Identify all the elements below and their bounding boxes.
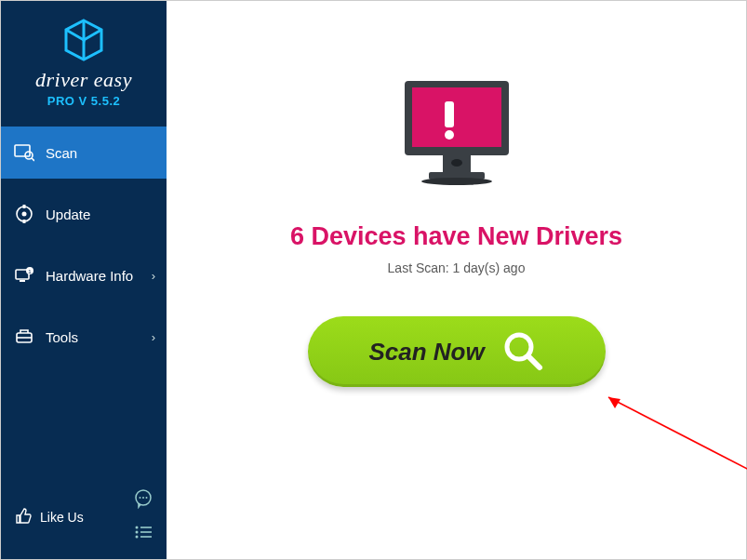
sidebar-nav: Scan Update 1 Hardware Info › Tools xyxy=(1,127,167,372)
like-us-button[interactable]: Like Us xyxy=(14,507,84,528)
update-icon xyxy=(14,204,34,224)
svg-point-22 xyxy=(136,536,139,539)
svg-rect-6 xyxy=(23,205,26,208)
svg-rect-26 xyxy=(445,101,454,127)
chevron-right-icon: › xyxy=(152,330,155,344)
like-us-label: Like Us xyxy=(40,510,84,525)
svg-point-17 xyxy=(146,497,148,499)
svg-rect-1 xyxy=(15,145,30,156)
logo-block: driver easy PRO V 5.5.2 xyxy=(1,1,167,121)
svg-line-3 xyxy=(32,158,34,161)
brand-version: PRO V 5.5.2 xyxy=(1,94,167,108)
nav-label: Hardware Info xyxy=(46,268,133,284)
feedback-icon[interactable] xyxy=(133,488,153,513)
scan-now-button[interactable]: Scan Now xyxy=(308,316,606,387)
svg-point-20 xyxy=(136,531,139,534)
status-headline: 6 Devices have New Drivers xyxy=(290,222,622,251)
brand-name: driver easy xyxy=(1,68,167,92)
nav-item-scan[interactable]: Scan xyxy=(1,127,167,179)
brand-logo-icon xyxy=(61,18,106,62)
annotation-arrow-icon xyxy=(594,388,747,481)
nav-item-update[interactable]: Update xyxy=(1,188,167,240)
svg-rect-7 xyxy=(23,220,26,223)
sidebar-utility-icons xyxy=(133,488,153,546)
sidebar-footer: Like Us xyxy=(1,479,167,559)
svg-point-27 xyxy=(445,130,454,140)
nav-label: Scan xyxy=(46,145,77,161)
thumbs-up-icon xyxy=(14,507,33,528)
svg-point-16 xyxy=(142,497,144,499)
nav-item-hardware[interactable]: 1 Hardware Info › xyxy=(1,249,167,301)
chevron-right-icon: › xyxy=(152,269,155,283)
hardware-info-icon: 1 xyxy=(14,265,34,286)
svg-line-34 xyxy=(608,397,747,472)
svg-point-5 xyxy=(22,212,27,217)
scan-now-label: Scan Now xyxy=(368,338,484,367)
svg-rect-25 xyxy=(412,87,501,147)
app-window: — ✕ driver easy PRO V 5.5.2 Scan xyxy=(0,0,747,560)
svg-marker-35 xyxy=(608,397,620,408)
main-content: 6 Devices have New Drivers Last Scan: 1 … xyxy=(167,1,746,559)
menu-icon[interactable] xyxy=(133,522,153,546)
last-scan-text: Last Scan: 1 day(s) ago xyxy=(388,260,526,275)
magnifier-icon xyxy=(501,329,544,375)
svg-point-2 xyxy=(25,152,33,159)
nav-label: Tools xyxy=(46,329,78,345)
sidebar: driver easy PRO V 5.5.2 Scan Update 1 xyxy=(1,1,167,559)
svg-rect-9 xyxy=(20,280,25,282)
svg-point-15 xyxy=(140,497,141,499)
nav-item-tools[interactable]: Tools › xyxy=(1,311,167,363)
tools-icon xyxy=(14,327,34,347)
svg-line-33 xyxy=(528,356,540,367)
svg-point-29 xyxy=(451,159,462,167)
nav-label: Update xyxy=(46,207,90,222)
alert-monitor-icon xyxy=(392,75,522,200)
svg-point-18 xyxy=(136,527,139,529)
svg-point-31 xyxy=(421,178,492,185)
scan-icon xyxy=(14,142,34,163)
